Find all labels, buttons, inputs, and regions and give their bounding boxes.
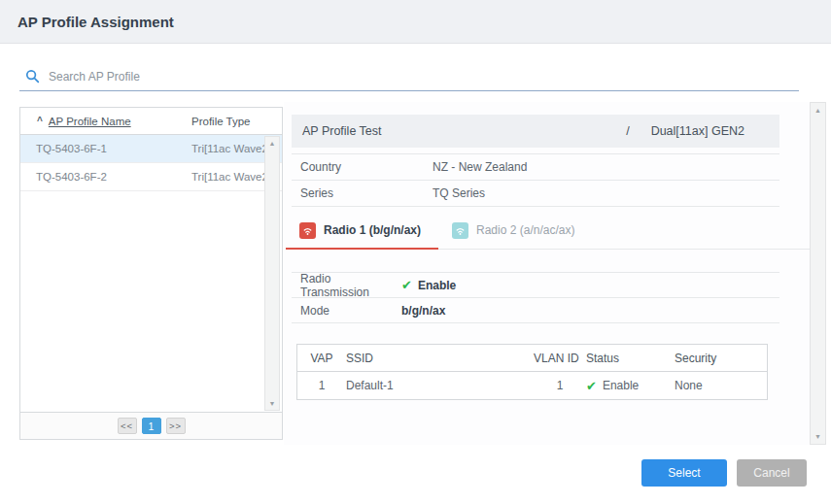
scroll-up-icon[interactable]: ▲ — [814, 107, 821, 114]
profile-type-cell: Tri[11ac Wave2] — [191, 143, 271, 154]
status-cell: ✔ Enable — [586, 379, 675, 393]
scroll-down-icon[interactable]: ▼ — [814, 433, 821, 440]
scroll-up-icon[interactable]: ▲ — [269, 140, 276, 147]
check-icon: ✔ — [586, 379, 597, 393]
select-button[interactable]: Select — [641, 459, 727, 487]
info-row-country: Country NZ - New Zealand — [292, 154, 779, 181]
table-row: 1 Default-1 1 ✔ Enable None — [297, 372, 767, 399]
col-vap: VAP — [297, 352, 346, 365]
col-ssid: SSID — [346, 352, 534, 365]
vlan-cell: 1 — [534, 379, 586, 392]
radio-transmission-row: Radio Transmission ✔ Enable — [292, 273, 779, 298]
sort-asc-icon[interactable]: ^ — [37, 116, 43, 126]
left-panel-scrollbar[interactable]: ▲ ▼ — [264, 136, 280, 411]
radio-setting-value: Enable — [418, 279, 456, 292]
cancel-button[interactable]: Cancel — [737, 459, 807, 487]
search-bar — [19, 62, 799, 91]
vap-cell: 1 — [297, 379, 346, 392]
wifi-icon — [299, 222, 316, 239]
info-label: Series — [292, 186, 433, 200]
profile-type-cell: Tri[11ac Wave2] — [191, 171, 271, 183]
radio-settings: Radio Transmission ✔ Enable Mode b/g/n/a… — [292, 272, 779, 323]
col-security: Security — [675, 352, 767, 365]
detail-title-bar: AP Profile Test / Dual[11ax] GEN2 — [292, 115, 779, 148]
col-vlan-id: VLAN ID — [534, 352, 586, 365]
tab-label: Radio 2 (a/n/ac/ax) — [476, 223, 574, 237]
radio-tabs: Radio 1 (b/g/n/ax) Radio 2 (a/n/ac/ax) — [292, 212, 810, 250]
info-label: Country — [292, 160, 433, 174]
dialog-header: AP Profile Assignment — [0, 0, 831, 44]
info-row-series: Series TQ Series — [292, 181, 779, 207]
col-status: Status — [586, 352, 675, 365]
info-value: NZ - New Zealand — [433, 160, 527, 174]
scroll-down-icon[interactable]: ▼ — [269, 400, 276, 407]
mode-row: Mode b/g/n/ax — [292, 298, 779, 323]
profile-name-cell: TQ-5403-6F-2 — [20, 171, 107, 183]
profile-list-panel: ^ AP Profile Name Profile Type TQ-5403-6… — [19, 107, 283, 440]
pagination-prev-button[interactable]: << — [118, 418, 137, 434]
search-icon — [25, 69, 40, 84]
profile-row-selected[interactable]: TQ-5403-6F-1 Tri[11ac Wave2] — [20, 135, 282, 163]
ssid-cell: Default-1 — [346, 379, 534, 392]
radio-setting-value: b/g/n/ax — [401, 304, 445, 318]
profile-list-header: ^ AP Profile Name Profile Type — [20, 108, 282, 135]
detail-profile-name: AP Profile Test — [292, 124, 382, 138]
tab-radio-2[interactable]: Radio 2 (a/n/ac/ax) — [444, 212, 598, 249]
check-icon: ✔ — [401, 278, 412, 292]
vap-table-header: VAP SSID VLAN ID Status Security — [297, 345, 767, 372]
page-title: AP Profile Assignment — [17, 14, 174, 30]
search-input[interactable] — [49, 70, 437, 84]
status-value: Enable — [603, 379, 639, 392]
pagination-next-button[interactable]: >> — [166, 418, 186, 434]
detail-model: Dual[11ax] GEN2 — [651, 124, 744, 138]
ap-profile-assignment-dialog: AP Profile Assignment ^ AP Profile Name … — [0, 0, 831, 504]
security-cell: None — [675, 379, 767, 392]
pagination: << 1 >> — [20, 412, 282, 439]
column-header-profile-type: Profile Type — [191, 116, 251, 127]
profile-name-cell: TQ-5403-6F-1 — [20, 143, 107, 154]
profile-detail-panel: AP Profile Test / Dual[11ax] GEN2 Countr… — [284, 102, 826, 445]
detail-separator: / — [626, 124, 629, 138]
profile-row[interactable]: TQ-5403-6F-2 Tri[11ac Wave2] — [20, 163, 282, 191]
tab-radio-1[interactable]: Radio 1 (b/g/n/ax) — [292, 212, 444, 249]
vap-table: VAP SSID VLAN ID Status Security 1 Defau… — [296, 344, 768, 400]
radio-setting-label: Radio Transmission — [292, 272, 401, 299]
detail-info-list: Country NZ - New Zealand Series TQ Serie… — [292, 153, 779, 207]
info-value: TQ Series — [433, 186, 485, 200]
radio-setting-label: Mode — [292, 304, 401, 318]
column-header-ap-profile-name[interactable]: AP Profile Name — [49, 116, 131, 127]
pagination-page-1-button[interactable]: 1 — [142, 418, 161, 434]
wifi-icon — [452, 222, 468, 239]
tab-label: Radio 1 (b/g/n/ax) — [324, 223, 421, 237]
right-panel-scrollbar[interactable]: ▲ ▼ — [810, 102, 826, 445]
